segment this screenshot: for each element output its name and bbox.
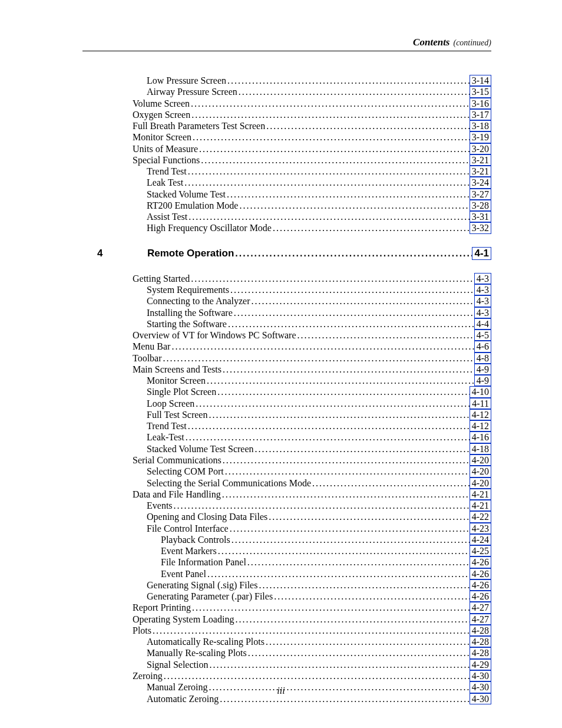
toc-page-link[interactable]: 4-3: [474, 307, 491, 318]
toc-page-link[interactable]: 4-9: [474, 364, 491, 375]
leader-dots: [222, 364, 474, 374]
page-container: Contents (continued) Low Pressure Screen…: [0, 0, 562, 728]
toc-entry-title: Toolbar: [133, 353, 162, 363]
toc-entry-title: Signal Selection: [147, 660, 208, 670]
toc-page-link[interactable]: 4-25: [470, 545, 491, 556]
toc-entry-title: Trend Test: [147, 421, 187, 431]
toc-page-link[interactable]: 3-21: [470, 154, 491, 166]
leader-dots: [187, 166, 470, 176]
leader-dots: [265, 637, 470, 647]
toc-page-link[interactable]: 3-24: [470, 177, 491, 188]
toc-entry-title: Airway Pressure Screen: [147, 87, 237, 97]
toc-entry-title: Report Printing: [133, 602, 191, 612]
toc-page-link[interactable]: 4-8: [474, 353, 491, 364]
toc-page-link[interactable]: 4-11: [470, 398, 491, 409]
toc-page-link[interactable]: 4-16: [470, 431, 491, 443]
toc-page-link[interactable]: 4-28: [470, 625, 491, 636]
toc-entry-title: Generating Parameter (.par) Files: [147, 591, 273, 601]
toc-page-link[interactable]: 3-28: [470, 200, 491, 211]
toc-entry: Installing the Software4-3: [82, 307, 491, 318]
toc-entry-title: Trend Test: [147, 166, 187, 176]
toc-page-link[interactable]: 4-20: [470, 466, 491, 477]
toc-entry: Airway Pressure Screen3-15: [82, 86, 491, 97]
toc-page-link[interactable]: 3-18: [470, 120, 491, 131]
toc-page-link[interactable]: 4-28: [470, 647, 491, 658]
toc-page-link[interactable]: 4-30: [470, 670, 491, 681]
toc-entry: Overview of VT for Windows PC Software4-…: [82, 330, 491, 341]
leader-dots: [265, 121, 469, 131]
leader-dots: [267, 512, 469, 522]
toc-page-link[interactable]: 4-20: [470, 454, 491, 466]
toc-page-link[interactable]: 3-19: [470, 131, 491, 143]
toc-entry-title: Selecting COM Port: [147, 466, 224, 476]
toc-page-link[interactable]: 4-4: [474, 318, 491, 330]
leader-dots: [233, 308, 474, 318]
toc-page-link[interactable]: 3-20: [470, 143, 491, 154]
toc-entry: RT200 Emulation Mode3-28: [82, 200, 491, 211]
toc-entry: Units of Measure3-20: [82, 143, 491, 154]
toc-entry-title: Installing the Software: [147, 308, 233, 318]
toc-page-link[interactable]: 3-31: [470, 211, 491, 222]
toc-page-link[interactable]: 4-26: [470, 556, 491, 568]
toc-page-link[interactable]: 4-24: [470, 534, 491, 545]
leader-dots: [184, 432, 470, 442]
leader-dots: [194, 398, 470, 409]
toc-entry-title: Plots: [133, 625, 151, 635]
toc-page-link[interactable]: 3-14: [470, 75, 491, 86]
toc-page-link[interactable]: 3-15: [470, 86, 491, 97]
toc-page-link[interactable]: 4-29: [470, 659, 491, 670]
leader-dots: [191, 132, 470, 142]
toc-page-link[interactable]: 4-9: [474, 375, 491, 386]
toc-entry-title: Oxygen Screen: [133, 110, 190, 120]
toc-page-link[interactable]: 3-27: [470, 189, 491, 200]
header-subtitle: (continued): [453, 38, 491, 48]
toc-page-link[interactable]: 4-6: [474, 341, 491, 352]
toc-page-link[interactable]: 4-21: [470, 500, 491, 511]
toc-page-link[interactable]: 4-27: [470, 614, 491, 625]
toc-entry: Selecting COM Port4-20: [82, 466, 491, 477]
leader-dots: [296, 330, 474, 340]
toc-page-link[interactable]: 4-12: [470, 420, 491, 431]
chapter-page-link[interactable]: 4-1: [472, 247, 491, 260]
toc-page-link[interactable]: 4-20: [470, 477, 491, 489]
toc-page-link[interactable]: 3-21: [470, 166, 491, 177]
toc-page-link[interactable]: 4-26: [470, 591, 491, 602]
toc-page-link[interactable]: 4-28: [470, 636, 491, 647]
toc-page-link[interactable]: 4-3: [474, 273, 491, 284]
chapter-heading: 4Remote Operation 4-1: [82, 247, 491, 260]
toc-page-link[interactable]: 3-32: [470, 222, 491, 233]
toc-entry-title: Leak Test: [147, 177, 183, 187]
toc-entry: System Requirements4-3: [82, 284, 491, 295]
leader-dots: [311, 478, 470, 488]
toc-entry-title: Special Functions: [133, 155, 200, 165]
toc-page-link[interactable]: 4-27: [470, 602, 491, 613]
leader-dots: [237, 87, 470, 97]
toc-page-link[interactable]: 4-23: [470, 523, 491, 534]
toc-entry: Plots4-28: [82, 625, 491, 636]
leader-dots: [250, 296, 474, 306]
toc-page-link[interactable]: 4-3: [474, 295, 491, 307]
leader-dots: [183, 177, 470, 187]
page-content: Contents (continued) Low Pressure Screen…: [82, 37, 491, 717]
toc-page-link[interactable]: 4-26: [470, 568, 491, 579]
toc-page-link[interactable]: 4-18: [470, 443, 491, 454]
running-header: Contents (continued): [82, 37, 491, 51]
toc-entry-title: File Information Panel: [161, 557, 246, 567]
toc-entry: Signal Selection4-29: [82, 659, 491, 670]
toc-page-link[interactable]: 4-21: [470, 489, 491, 500]
toc-section: Low Pressure Screen3-14Airway Pressure S…: [82, 75, 491, 234]
toc-page-link[interactable]: 4-10: [470, 386, 491, 397]
toc-page-link[interactable]: 4-12: [470, 409, 491, 420]
toc-entry-title: Volume Screen: [133, 98, 190, 108]
toc-page-link[interactable]: 3-17: [470, 109, 491, 120]
toc-page-link[interactable]: 4-3: [474, 284, 491, 295]
toc-entry: Generating Parameter (.par) Files4-26: [82, 591, 491, 602]
toc-page-link[interactable]: 3-16: [470, 98, 491, 109]
toc-page-link[interactable]: 4-26: [470, 579, 491, 591]
toc-entry-title: High Frequency Oscillator Mode: [147, 223, 272, 233]
leader-dots: [221, 489, 470, 499]
leader-dots: [247, 648, 470, 658]
leader-dots: [224, 466, 470, 476]
toc-page-link[interactable]: 4-5: [474, 330, 491, 341]
toc-page-link[interactable]: 4-22: [470, 511, 491, 522]
